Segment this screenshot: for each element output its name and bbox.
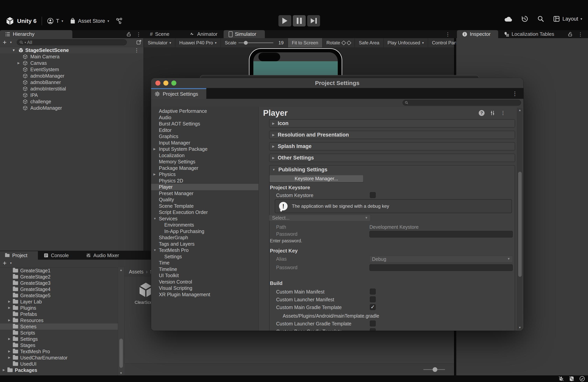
scrollbar-thumb[interactable] (119, 339, 123, 368)
pause-button[interactable] (293, 15, 306, 26)
custom-keystore-checkbox[interactable] (370, 192, 376, 198)
folder-item[interactable]: ▶Settings (0, 336, 118, 342)
folder-item[interactable]: UsedUI (0, 361, 118, 367)
scene-root-row[interactable]: ▼ StageSelectScene ⋮ (0, 47, 144, 53)
foldout-collapsed-icon[interactable]: ▶ (8, 356, 10, 359)
alias-dropdown[interactable]: Debug ▼ (369, 256, 513, 262)
foldout-collapsed-icon[interactable]: ▶ (153, 172, 156, 176)
folder-item[interactable]: ▶Plugins (0, 305, 118, 311)
tab-hierarchy[interactable]: Hierarchy (0, 30, 72, 38)
settings-category-time[interactable]: Time (151, 260, 258, 266)
version-control-button[interactable] (116, 18, 123, 24)
folder-item[interactable]: ▶Packages (0, 367, 118, 373)
folder-item[interactable]: ▶Layer Lab (0, 298, 118, 305)
scale-slider-thumb[interactable] (244, 41, 248, 45)
help-icon[interactable]: ? (479, 110, 484, 116)
settings-category-settings[interactable]: Settings (151, 254, 258, 260)
settings-category-editor[interactable]: Editor (151, 127, 258, 133)
settings-category-timeline[interactable]: Timeline (151, 266, 258, 273)
tab-localization-tables[interactable]: Localization Tables (499, 30, 559, 38)
folder-item[interactable]: GreateStage2 (0, 274, 118, 280)
build-option-checkbox[interactable] (370, 328, 376, 331)
settings-category-in-app-purchasing[interactable]: In-App Purchasing (151, 228, 258, 234)
foldout-collapsed-icon[interactable]: ▶ (8, 350, 10, 353)
folder-item[interactable]: GreateStage1 (0, 267, 118, 274)
kebab-menu-icon[interactable]: ⋮ (578, 31, 583, 37)
settings-category-player[interactable]: Player (151, 184, 258, 190)
hierarchy-search-input[interactable]: ▾ All (17, 39, 127, 45)
kebab-menu-icon[interactable]: ⋮ (136, 31, 141, 37)
tab-console[interactable]: Console (39, 251, 74, 260)
settings-category-shadergraph[interactable]: ShaderGraph (151, 234, 258, 241)
kebab-menu-icon[interactable]: ⋮ (134, 47, 139, 53)
device-dropdown[interactable]: Huawei P40 Pro▾ (175, 38, 221, 47)
keystore-select-dropdown[interactable]: Select... ▼ (269, 215, 370, 221)
scene-picker-icon[interactable] (136, 39, 142, 45)
add-object-button[interactable]: + (3, 39, 7, 46)
tab-project-settings[interactable]: Project Settings (151, 88, 206, 99)
player-pane-scrollbar[interactable]: ▲ ▼ (517, 107, 523, 330)
folder-item[interactable]: GreateStage4 (0, 286, 118, 292)
build-option-checkbox[interactable] (370, 297, 376, 302)
player-section-splash-image[interactable]: ▶Splash Image (269, 142, 515, 150)
thumbnail-size-slider[interactable] (423, 369, 445, 370)
simulator-mode-dropdown[interactable]: Simulator▾ (144, 38, 175, 47)
tab-audio-mixer[interactable]: Audio Mixer (81, 251, 124, 260)
settings-category-graphics[interactable]: Graphics (151, 133, 258, 140)
folder-item[interactable]: GreateStage5 (0, 292, 118, 298)
cloud-icon[interactable] (504, 16, 513, 22)
check-circle-icon[interactable] (579, 376, 585, 382)
foldout-expanded-icon[interactable]: ▼ (153, 217, 156, 220)
settings-category-quality[interactable]: Quality (151, 196, 258, 203)
settings-category-audio[interactable]: Audio (151, 114, 258, 121)
account-menu[interactable]: T ▾ (47, 18, 63, 24)
foldout-expanded-icon[interactable]: ▼ (12, 48, 15, 52)
settings-category-localization[interactable]: Localization (151, 152, 258, 159)
foldout-expanded-icon[interactable]: ▼ (153, 248, 156, 252)
settings-category-xr-plugin-management[interactable]: XR Plugin Management (151, 291, 258, 298)
layout-menu[interactable]: Layout ▾ (553, 15, 582, 22)
fit-to-screen-button[interactable]: Fit to Screen (288, 38, 323, 47)
folder-item[interactable]: GreateStage3 (0, 280, 118, 286)
tab-project[interactable]: Project (0, 251, 38, 260)
folder-item[interactable]: ▶UsedCharEnumerator (0, 355, 118, 361)
hierarchy-item[interactable]: Main Camera (0, 53, 144, 60)
tab-simulator[interactable]: Simulator (224, 30, 265, 38)
slider-thumb[interactable] (433, 367, 437, 372)
publishing-settings-header[interactable]: ▼ Publishing Settings (270, 166, 515, 174)
build-option-checkbox[interactable] (370, 289, 376, 295)
settings-category-adaptive-performance[interactable]: Adaptive Performance (151, 108, 258, 114)
settings-category-burst-aot-settings[interactable]: Burst AOT Settings (151, 121, 258, 127)
foldout-collapsed-icon[interactable]: ▶ (18, 61, 20, 65)
foldout-collapsed-icon[interactable]: ▶ (8, 306, 10, 309)
settings-category-visual-scripting[interactable]: Visual Scripting (151, 285, 258, 291)
build-option-checkbox[interactable] (370, 304, 376, 310)
add-asset-button[interactable]: + (3, 259, 7, 267)
settings-category-preset-manager[interactable]: Preset Manager (151, 190, 258, 197)
folder-item[interactable]: Scripts (0, 330, 118, 336)
debugger-disabled-icon[interactable] (558, 376, 564, 382)
scroll-down-icon[interactable]: ▼ (518, 326, 521, 329)
settings-category-package-manager[interactable]: Package Manager (151, 165, 258, 171)
kebab-menu-icon[interactable]: ⋮ (445, 31, 450, 37)
settings-category-physics-2d[interactable]: Physics 2D (151, 178, 258, 184)
tab-scene[interactable]: # Scene (145, 30, 174, 38)
folder-item[interactable]: Stages (0, 342, 118, 348)
kebab-menu-icon[interactable]: ⋮ (501, 110, 505, 116)
rotate-right-icon[interactable] (347, 41, 351, 45)
settings-category-environments[interactable]: Environments (151, 222, 258, 228)
settings-category-tags-and-layers[interactable]: Tags and Layers (151, 241, 258, 247)
settings-category-version-control[interactable]: Version Control (151, 279, 258, 285)
settings-category-physics[interactable]: ▶Physics (151, 171, 258, 178)
unlock-icon[interactable] (567, 32, 573, 37)
play-button[interactable] (278, 15, 291, 26)
settings-category-script-execution-order[interactable]: Script Execution Order (151, 209, 258, 215)
settings-category-scene-template[interactable]: Scene Template (151, 203, 258, 209)
hierarchy-item[interactable]: EventSystem (0, 66, 144, 73)
settings-search-input[interactable] (402, 100, 521, 106)
build-option-checkbox[interactable] (370, 320, 376, 326)
player-section-icon[interactable]: ▶Icon (269, 119, 515, 127)
foldout-collapsed-icon[interactable]: ▶ (8, 337, 10, 340)
hierarchy-item[interactable]: AudioManager (0, 105, 144, 111)
settings-category-textmesh-pro[interactable]: ▼TextMesh Pro (151, 247, 258, 254)
